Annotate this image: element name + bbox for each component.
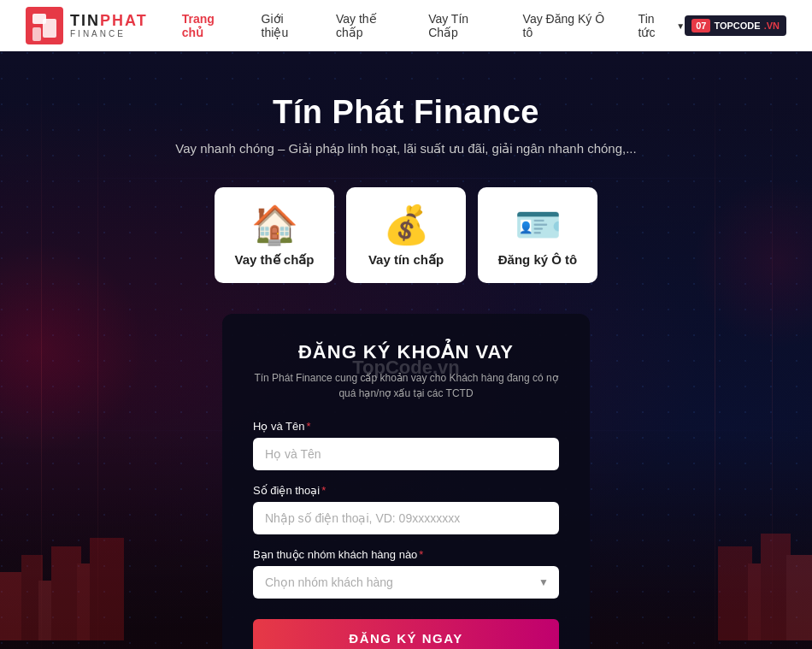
svg-rect-6 [0,572,26,640]
registration-form: ĐĂNG KÝ KHOẢN VAY Tín Phát Finance cung … [222,314,590,649]
svg-rect-14 [761,534,791,640]
svg-rect-15 [786,555,812,640]
form-title: ĐĂNG KÝ KHOẢN VAY [253,341,559,363]
unsecured-icon: 💰 [383,206,430,244]
car-icon: 🪪 [515,206,562,244]
card-unsecured[interactable]: 💰 Vay tín chấp [346,187,466,283]
svg-rect-9 [51,546,81,640]
svg-rect-2 [43,19,56,38]
svg-rect-10 [77,563,94,640]
mortgage-icon: 🏠 [251,206,298,244]
group-label: Bạn thuộc nhóm khách hàng nào* [253,548,559,561]
badge-number: 07 [691,19,710,32]
hero-subtitle: Vay nhanh chóng – Giải pháp linh hoạt, l… [0,141,812,156]
chevron-down-icon: ▼ [676,21,685,31]
hero-title: Tín Phát Finance [0,94,812,131]
group-select[interactable]: Chọn nhóm khách hàngKhách hàng cá nhânKh… [253,566,559,599]
logo-finance: FINANCE [70,29,148,38]
submit-button[interactable]: ĐĂNG KÝ NGAY [253,619,559,649]
main-nav: Trang chủ Giới thiệu Vay thế chấp Vay Tí… [182,12,685,39]
phone-field-group: Số điện thoại* [253,484,559,534]
svg-rect-8 [38,581,56,640]
nav-about[interactable]: Giới thiệu [262,12,312,39]
badge-tld: .VN [764,21,780,31]
hero-section: TopCode.vn Tín Phát Finance Vay nhanh ch… [0,51,812,649]
card-unsecured-label: Vay tín chấp [368,252,444,268]
nav-home[interactable]: Trang chủ [182,12,238,39]
phone-input[interactable] [253,502,559,534]
badge-name: TOPCODE [714,21,760,31]
nav-car[interactable]: Vay Đăng Ký Ô tô [523,12,615,39]
name-input[interactable] [253,438,559,470]
nav-news-dropdown[interactable]: Tin tức ▼ [638,12,685,39]
logo[interactable]: TIN PHAT FINANCE [26,7,148,44]
hero-content: Tín Phát Finance Vay nhanh chóng – Giải … [0,94,812,187]
svg-rect-11 [90,538,124,640]
service-cards: 🏠 Vay thế chấp 💰 Vay tín chấp 🪪 Đăng ký … [215,187,597,283]
nav-mortgage[interactable]: Vay thế chấp [336,12,404,39]
header: TIN PHAT FINANCE Trang chủ Giới thiệu Va… [0,0,812,51]
group-select-wrapper: Chọn nhóm khách hàngKhách hàng cá nhânKh… [253,566,559,599]
card-car[interactable]: 🪪 Đăng ký Ô tô [478,187,597,283]
logo-name2: PHAT [100,13,148,30]
nav-unsecured[interactable]: Vay Tín Chấp [428,12,498,39]
topcode-badge: 07 TOPCODE .VN [685,15,786,36]
svg-rect-12 [718,546,752,640]
name-field-group: Họ và Tên* [253,420,559,470]
svg-rect-3 [32,27,41,41]
logo-name1: TIN [70,13,100,30]
logo-text: TIN PHAT FINANCE [70,13,148,39]
card-mortgage-label: Vay thế chấp [234,252,314,268]
group-field-group: Bạn thuộc nhóm khách hàng nào* Chọn nhóm… [253,548,559,599]
name-label: Họ và Tên* [253,420,559,433]
card-car-label: Đăng ký Ô tô [498,252,578,267]
phone-label: Số điện thoại* [253,484,559,497]
card-mortgage[interactable]: 🏠 Vay thế chấp [215,187,334,283]
svg-rect-7 [21,555,43,640]
nav-news-label: Tin tức [638,12,674,39]
form-description: Tín Phát Finance cung cấp khoản vay cho … [253,370,559,401]
svg-rect-13 [748,563,765,640]
logo-icon [26,7,63,44]
